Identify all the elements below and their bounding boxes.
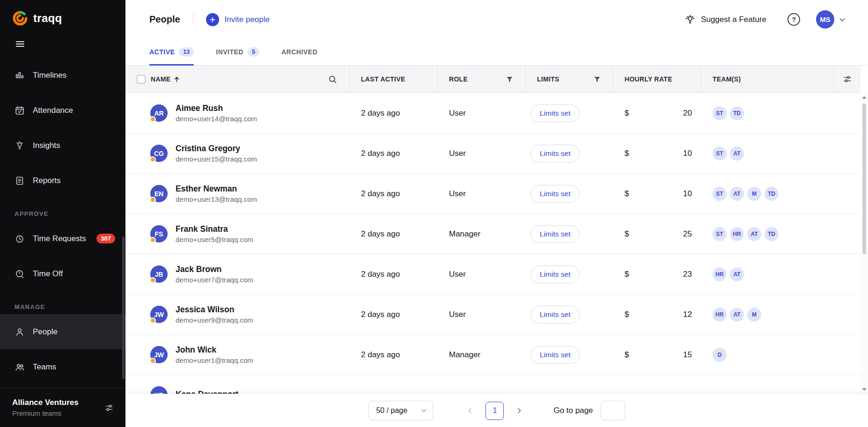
search-icon[interactable] [328, 74, 338, 84]
prev-page-button[interactable] [464, 405, 476, 417]
columns-settings-icon[interactable] [842, 74, 853, 84]
chevron-down-icon [838, 15, 846, 24]
column-header-role: ROLE [449, 75, 468, 83]
tab-label: ACTIVE [149, 48, 175, 56]
table-row[interactable]: JW John Wick demo+user1@traqq.com 2 days… [125, 335, 861, 375]
suggest-feature-button[interactable]: Suggest a Feature [684, 14, 766, 25]
select-all-checkbox[interactable] [137, 75, 146, 84]
help-button[interactable]: ? [787, 13, 800, 26]
page-size-value: 50 / page [376, 406, 407, 415]
table-row[interactable]: EN Esther Newman demo+user13@traqq.com 2… [125, 174, 861, 214]
sidebar-item-time-off[interactable]: Time Off [0, 256, 125, 291]
team-badge: AT [730, 187, 744, 201]
sidebar-item-time-requests[interactable]: Time Requests 307 [0, 221, 125, 256]
limits-set-button[interactable]: Limits set [530, 104, 580, 122]
table-row[interactable]: JB Jack Brown demo+user7@traqq.com 2 day… [125, 254, 861, 294]
tab-active[interactable]: ACTIVE 13 [149, 39, 194, 65]
team-badge: ST [713, 187, 727, 201]
column-header-hourly-rate: HOURLY RATE [625, 75, 672, 83]
invite-people-button[interactable]: Invite people [206, 13, 270, 26]
divider [193, 14, 193, 25]
user-menu[interactable]: MS [816, 10, 846, 29]
user-avatar: MS [816, 10, 834, 29]
person-name: Cristina Gregory [176, 144, 257, 154]
table-row[interactable]: FS Frank Sinatra demo+user5@traqq.com 2 … [125, 214, 861, 254]
page-size-select[interactable]: 50 / page [368, 401, 433, 420]
limits-set-button[interactable]: Limits set [530, 185, 580, 203]
table-row[interactable]: KD Kane Davenport [125, 375, 861, 394]
sidebar-section-approve: APPROVE [0, 198, 125, 221]
tab-invited[interactable]: INVITED 5 [216, 39, 259, 65]
sidebar-item-attendance[interactable]: Attendance [0, 93, 125, 128]
goto-page-input[interactable] [601, 401, 625, 420]
sidebar-item-insights[interactable]: Insights [0, 128, 125, 163]
person-email: demo+user13@traqq.com [176, 195, 257, 203]
role-value [438, 375, 526, 394]
sidebar-item-timelines[interactable]: Timelines [0, 58, 125, 93]
tab-count-badge: 5 [248, 47, 259, 57]
sidebar-item-teams[interactable]: Teams [0, 349, 125, 384]
reports-icon [15, 176, 25, 186]
sidebar-item-people[interactable]: People [0, 314, 125, 349]
vertical-scrollbar[interactable] [861, 93, 868, 394]
status-dot [150, 116, 156, 122]
team-badges: STTD [701, 93, 834, 133]
table-header: NAME LAST ACTIVE ROLE LIMITS [125, 66, 861, 93]
currency-symbol: $ [625, 109, 629, 118]
tab-archived[interactable]: ARCHIVED [281, 39, 317, 65]
column-label: NAME [151, 75, 170, 83]
status-dot [150, 197, 156, 203]
avatar-initials: CG [154, 150, 164, 157]
currency-symbol: $ [625, 270, 629, 279]
avatar: EN [150, 185, 168, 202]
limits-set-button[interactable]: Limits set [530, 265, 580, 283]
sidebar-item-reports[interactable]: Reports [0, 163, 125, 198]
tab-label: ARCHIVED [281, 48, 317, 56]
avatar-initials: JW [154, 311, 164, 318]
org-settings-icon[interactable] [104, 403, 114, 413]
sidebar-item-label: Insights [33, 141, 60, 150]
sidebar-toggle-button[interactable] [0, 32, 125, 55]
scroll-down-arrow[interactable] [862, 388, 867, 391]
org-switcher[interactable]: Alliance Ventures Premium teams [0, 388, 125, 427]
help-icon: ? [792, 15, 796, 23]
avatar: AR [150, 104, 168, 122]
limits-set-button[interactable]: Limits set [530, 306, 580, 324]
table-row[interactable]: AR Aimee Rush demo+user14@traqq.com 2 da… [125, 93, 861, 133]
last-active-value: 2 days ago [350, 294, 438, 334]
sidebar-item-label: Time Off [33, 269, 63, 279]
current-page-button[interactable]: 1 [485, 402, 504, 420]
table-row[interactable]: JW Jessica Wilson demo+user9@traqq.com 2… [125, 294, 861, 335]
currency-symbol: $ [625, 189, 629, 199]
role-value: User [438, 294, 526, 334]
team-badge: HR [730, 227, 744, 241]
scrollbar-thumb[interactable] [862, 103, 866, 254]
limits-set-button[interactable]: Limits set [530, 346, 580, 364]
avatar-initials: JW [154, 351, 164, 359]
next-page-button[interactable] [513, 405, 525, 417]
table-row[interactable]: CG Cristina Gregory demo+user15@traqq.co… [125, 133, 861, 174]
sidebar-scrollbar-thumb[interactable] [122, 236, 125, 379]
person-name: Jessica Wilson [176, 305, 253, 315]
tab-count-badge: 13 [179, 47, 194, 57]
people-icon [15, 327, 25, 337]
filter-icon[interactable] [506, 75, 514, 83]
avatar-initials: FS [155, 230, 163, 238]
team-badge: AT [730, 308, 744, 322]
scroll-up-arrow[interactable] [862, 96, 867, 99]
filter-icon[interactable] [593, 75, 601, 83]
limits-set-button[interactable]: Limits set [530, 225, 580, 243]
person-email: demo+user15@traqq.com [176, 155, 257, 163]
last-active-value: 2 days ago [350, 93, 438, 133]
suggest-feature-label: Suggest a Feature [701, 15, 766, 24]
last-active-value: 2 days ago [350, 335, 438, 375]
teams-icon [15, 362, 25, 372]
team-badge: TD [730, 106, 744, 120]
team-badge: AT [730, 267, 744, 281]
app-logo[interactable]: traqq [0, 0, 125, 32]
tab-label: INVITED [216, 48, 243, 56]
team-badge: ST [713, 147, 727, 161]
limits-set-button[interactable]: Limits set [530, 145, 580, 162]
column-header-name[interactable]: NAME [151, 75, 180, 83]
page-title: People [149, 14, 180, 25]
